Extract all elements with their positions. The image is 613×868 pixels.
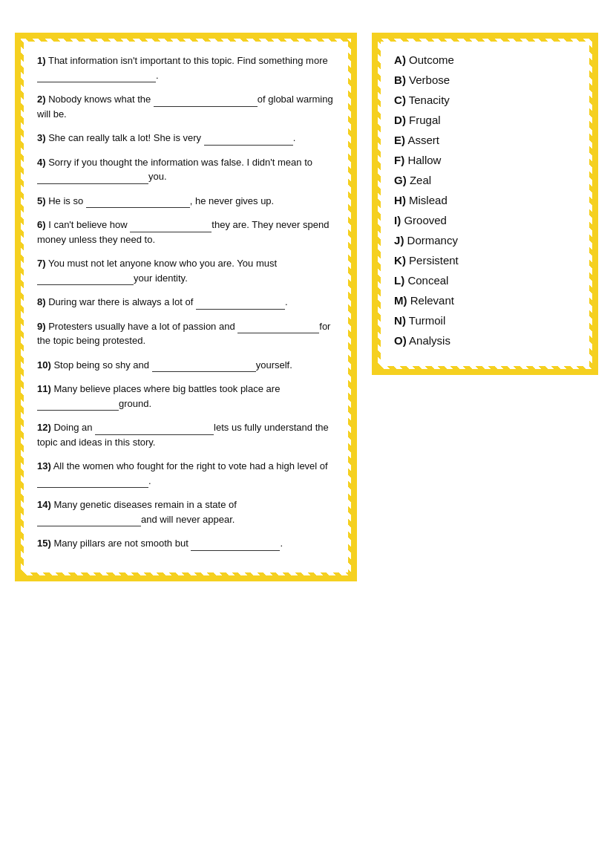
question-item: 7) You must not let anyone know who you …	[37, 256, 335, 285]
answers-inner: A) OutcomeB) VerboseC) TenacityD) Frugal…	[381, 42, 589, 366]
questions-section: 1) That information isn't important to t…	[15, 33, 357, 581]
answer-item: G) Zeal	[394, 174, 576, 186]
question-item: 5) He is so , he never gives up.	[37, 194, 335, 209]
question-item: 13) All the women who fought for the rig…	[37, 459, 335, 488]
answer-item: F) Hallow	[394, 154, 576, 166]
question-item: 6) I can't believe how they are. They ne…	[37, 218, 335, 247]
question-item: 9) Protesters usually have a lot of pass…	[37, 319, 335, 348]
answer-item: O) Analysis	[394, 334, 576, 347]
question-item: 11) Many believe places where big battle…	[37, 382, 335, 411]
answers-section: A) OutcomeB) VerboseC) TenacityD) Frugal…	[372, 33, 598, 375]
answer-item: J) Dormancy	[394, 234, 576, 247]
question-item: 1) That information isn't important to t…	[37, 53, 335, 82]
answer-item: E) Assert	[394, 134, 576, 146]
answer-item: M) Relevant	[394, 294, 576, 307]
main-content: 1) That information isn't important to t…	[15, 33, 598, 581]
question-item: 15) Many pillars are not smooth but .	[37, 536, 335, 551]
question-item: 10) Stop being so shy and yourself.	[37, 358, 335, 373]
answer-item: B) Verbose	[394, 74, 576, 86]
question-item: 4) Sorry if you thought the information …	[37, 155, 335, 184]
question-item: 3) She can really talk a lot! She is ver…	[37, 131, 335, 146]
answer-item: C) Tenacity	[394, 94, 576, 106]
questions-inner: 1) That information isn't important to t…	[24, 42, 348, 572]
answer-item: D) Frugal	[394, 114, 576, 126]
question-item: 8) During war there is always a lot of .	[37, 295, 335, 310]
question-item: 2) Nobody knows what the of global warmi…	[37, 92, 335, 121]
answer-item: I) Grooved	[394, 214, 576, 226]
answer-item: N) Turmoil	[394, 314, 576, 327]
question-item: 12) Doing an lets us fully understand th…	[37, 420, 335, 449]
question-item: 14) Many genetic diseases remain in a st…	[37, 497, 335, 526]
answer-item: L) Conceal	[394, 274, 576, 287]
answer-item: A) Outcome	[394, 53, 576, 66]
answer-item: H) Mislead	[394, 194, 576, 206]
answer-item: K) Persistent	[394, 254, 576, 267]
